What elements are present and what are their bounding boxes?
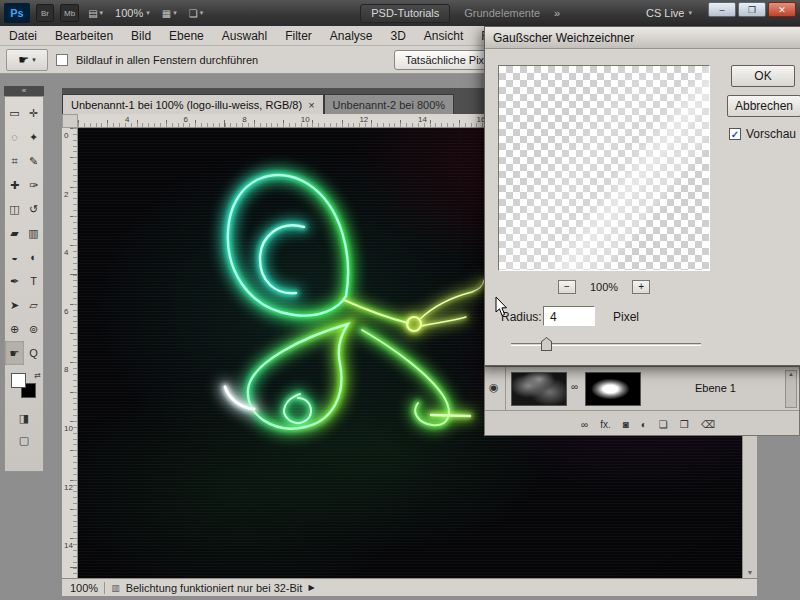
lasso-tool[interactable]: ◌ bbox=[5, 125, 24, 149]
swap-colors-icon[interactable]: ⇄ bbox=[34, 371, 41, 380]
rectangular-marquee-tool[interactable]: ▭ bbox=[5, 101, 24, 125]
layer-visibility-eye-icon[interactable]: ◉ bbox=[489, 381, 499, 394]
chevron-down-icon: ▾ bbox=[200, 9, 204, 17]
layer-group-icon[interactable]: ❏ bbox=[659, 419, 668, 430]
screen-mode-button[interactable]: ❏ ▾ bbox=[186, 8, 206, 19]
menu-ebene[interactable]: Ebene bbox=[160, 26, 213, 45]
adjustment-layer-icon[interactable]: ◐ bbox=[641, 419, 647, 430]
quick-selection-tool[interactable]: ✦ bbox=[24, 125, 43, 149]
dialog-title[interactable]: Gaußscher Weichzeichner bbox=[485, 27, 800, 49]
layer-mask-link-icon[interactable]: ∞ bbox=[571, 381, 578, 392]
preview-zoom-value: 100% bbox=[590, 281, 618, 293]
link-layers-icon[interactable]: ∞ bbox=[581, 419, 588, 430]
radius-input[interactable]: 4 bbox=[543, 306, 595, 326]
add-layer-mask-icon[interactable]: ◙ bbox=[623, 419, 629, 430]
menu-items: DateiBearbeitenBildEbeneAuswahlFilterAna… bbox=[0, 26, 531, 45]
type-tool[interactable]: T bbox=[24, 269, 43, 293]
document-tab-1-title: Unbenannt-1 bei 100% (logo-illu-weiss, R… bbox=[71, 99, 302, 111]
crop-tool[interactable]: ⌗ bbox=[5, 149, 24, 173]
hand-tool[interactable]: ☛ bbox=[5, 341, 24, 365]
hruler-label: 8 bbox=[242, 115, 246, 124]
chevron-down-icon: ▾ bbox=[173, 9, 177, 17]
ruler-corner bbox=[62, 114, 78, 128]
layer-mask-thumbnail[interactable] bbox=[585, 372, 641, 406]
status-menu-arrow-icon[interactable]: ▶ bbox=[308, 583, 314, 592]
mini-bridge-icon[interactable]: Mb bbox=[60, 4, 79, 22]
tool-grid: ▭✛◌✦⌗✎✚✑◫↺▰▥◒◐✒T➤▱⊕⊚☛Q bbox=[5, 97, 43, 365]
status-separator bbox=[104, 582, 105, 594]
spot-healing-brush-tool[interactable]: ✚ bbox=[5, 173, 24, 197]
foreground-color-swatch[interactable] bbox=[11, 373, 26, 388]
workspace-overflow-icon[interactable]: » bbox=[554, 7, 560, 19]
radius-slider-track[interactable] bbox=[511, 343, 701, 346]
blur-preview[interactable] bbox=[498, 65, 710, 271]
hand-tool-preset[interactable]: ☛ ▾ bbox=[6, 49, 48, 71]
blur-tool[interactable]: ◒ bbox=[5, 245, 24, 269]
rectangle-shape-tool[interactable]: ▱ bbox=[24, 293, 43, 317]
status-zoom-field[interactable]: 100% bbox=[70, 582, 98, 594]
tab-close-icon[interactable]: × bbox=[308, 99, 314, 111]
delete-layer-trash-icon[interactable]: ⌫ bbox=[701, 419, 715, 430]
document-tab-2[interactable]: Unbenannt-2 bei 800% bbox=[324, 94, 455, 114]
document-tab-1[interactable]: Unbenannt-1 bei 100% (logo-illu-weiss, R… bbox=[62, 94, 324, 114]
eraser-tool[interactable]: ▰ bbox=[5, 221, 24, 245]
radius-slider-thumb[interactable] bbox=[541, 337, 552, 351]
view-extras-button[interactable]: ▤ ▾ bbox=[85, 8, 106, 19]
scroll-all-windows-checkbox[interactable] bbox=[56, 54, 68, 66]
maximize-button[interactable]: ❐ bbox=[738, 2, 766, 17]
arrange-documents-icon: ▦ bbox=[162, 8, 171, 19]
cs-live-dropdown[interactable]: CS Live ▾ bbox=[646, 7, 702, 19]
menu-3d[interactable]: 3D bbox=[382, 26, 415, 45]
scroll-down-icon[interactable]: ▼ bbox=[747, 569, 754, 576]
new-layer-icon[interactable]: ❐ bbox=[680, 419, 689, 430]
dodge-tool[interactable]: ◐ bbox=[24, 245, 43, 269]
hruler-label: 14 bbox=[418, 115, 427, 124]
document-status-bar: 100% ▥ Belichtung funktioniert nur bei 3… bbox=[62, 578, 757, 596]
menu-datei[interactable]: Datei bbox=[0, 26, 46, 45]
status-doc-icon: ▥ bbox=[111, 583, 120, 593]
workspace-psd-tutorials[interactable]: PSD-Tutorials bbox=[360, 4, 450, 23]
history-brush-tool[interactable]: ↺ bbox=[24, 197, 43, 221]
arrange-documents-button[interactable]: ▦ ▾ bbox=[159, 8, 180, 19]
pen-tool[interactable]: ✒ bbox=[5, 269, 24, 293]
move-tool[interactable]: ✛ bbox=[24, 101, 43, 125]
screen-mode-toggle-button[interactable]: ▢ bbox=[13, 431, 35, 449]
tool-panel-collapse[interactable]: « bbox=[4, 86, 44, 96]
cancel-button[interactable]: Abbrechen bbox=[727, 95, 800, 117]
zoom-level-dropdown[interactable]: 100% ▾ bbox=[112, 7, 153, 19]
menu-bild[interactable]: Bild bbox=[122, 26, 160, 45]
hruler-label: 12 bbox=[359, 115, 368, 124]
scroll-all-windows-label: Bildlauf in allen Fenstern durchführen bbox=[76, 54, 258, 66]
menu-ansicht[interactable]: Ansicht bbox=[415, 26, 472, 45]
quick-mask-button[interactable]: ◨ bbox=[13, 409, 35, 427]
zoom-in-button[interactable]: + bbox=[632, 280, 650, 294]
menu-auswahl[interactable]: Auswahl bbox=[213, 26, 276, 45]
minimize-button[interactable]: – bbox=[708, 2, 736, 17]
layer-style-fx-button[interactable]: fx. bbox=[600, 419, 611, 430]
menu-bearbeiten[interactable]: Bearbeiten bbox=[46, 26, 122, 45]
layer-thumbnail[interactable] bbox=[511, 372, 567, 406]
preview-checkbox[interactable]: ✓ bbox=[729, 128, 741, 140]
workspace-grundelemente[interactable]: Grundelemente bbox=[456, 7, 548, 19]
panel-scrollbar[interactable]: ▲ bbox=[785, 370, 797, 408]
brush-tool[interactable]: ✑ bbox=[24, 173, 43, 197]
layers-panel-buttons: ∞ fx. ◙ ◐ ❏ ❐ ⌫ bbox=[485, 412, 799, 436]
zoom-out-button[interactable]: − bbox=[558, 280, 576, 294]
path-selection-tool[interactable]: ➤ bbox=[5, 293, 24, 317]
gradient-tool[interactable]: ▥ bbox=[24, 221, 43, 245]
chevron-down-icon: ▾ bbox=[100, 9, 104, 17]
close-button[interactable]: ✕ bbox=[768, 2, 796, 17]
ok-button[interactable]: OK bbox=[731, 65, 795, 87]
zoom-tool[interactable]: Q bbox=[24, 341, 43, 365]
layer-name[interactable]: Ebene 1 bbox=[695, 382, 736, 394]
mouse-cursor bbox=[495, 297, 509, 317]
eyedropper-tool[interactable]: ✎ bbox=[24, 149, 43, 173]
clone-stamp-tool[interactable]: ◫ bbox=[5, 197, 24, 221]
3d-camera-rotate-tool[interactable]: ⊚ bbox=[24, 317, 43, 341]
menu-filter[interactable]: Filter bbox=[276, 26, 321, 45]
app-title-bar: Ps Br Mb ▤ ▾ 100% ▾ ▦ ▾ ❏ ▾ PSD-Tutorial… bbox=[0, 0, 800, 26]
3d-object-rotate-tool[interactable]: ⊕ bbox=[5, 317, 24, 341]
menu-analyse[interactable]: Analyse bbox=[321, 26, 382, 45]
bridge-icon[interactable]: Br bbox=[36, 4, 54, 22]
layer-row[interactable]: ◉ ∞ Ebene 1 ▲ bbox=[485, 367, 799, 411]
